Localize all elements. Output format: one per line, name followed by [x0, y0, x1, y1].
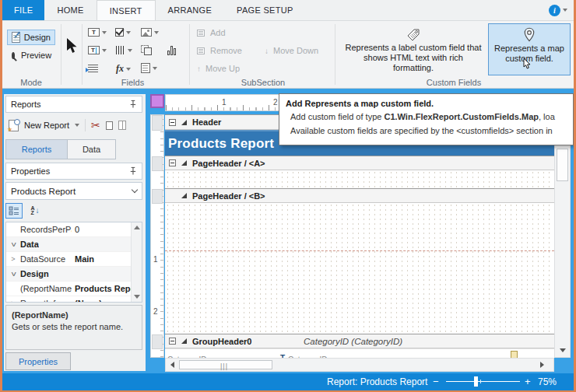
property-row[interactable]: RecordsPerPage0: [6, 222, 142, 237]
selected-object-label: Products Report: [11, 187, 76, 196]
flexreport-designer-window: FILE HOME INSERT ARRANGE PAGE SETUP i De…: [0, 0, 576, 392]
groupheader-fields-row[interactable]: CategoryID T CategoryID: [165, 348, 554, 358]
properties-toolbar: AZ↓: [5, 203, 44, 219]
subreport-field-button[interactable]: [141, 63, 157, 73]
cut-icon[interactable]: ✂: [91, 121, 100, 130]
label-field-button[interactable]: T: [88, 28, 107, 37]
preview-mode-button[interactable]: Preview: [7, 48, 55, 62]
tab-data-pane[interactable]: Data: [68, 139, 116, 159]
zoom-in-button[interactable]: +: [525, 376, 531, 387]
section-triangle-icon: [181, 160, 187, 166]
scrollbar-thumb[interactable]: [557, 149, 568, 181]
categorized-view-button[interactable]: [5, 203, 23, 219]
tooltip-line-2: Available custom fields are specified by…: [286, 126, 573, 135]
scroll-left-button[interactable]: [166, 359, 178, 371]
section-bar-groupheader0[interactable]: GroupHeader0 CategoryID (CategoryID): [165, 334, 554, 348]
label-custom-field-button[interactable]: Represents a label custom field that sho…: [340, 24, 486, 75]
categorized-icon: [9, 206, 19, 216]
fields-group-label: Fields: [80, 78, 185, 87]
window-border: [0, 0, 2, 392]
scroll-right-button[interactable]: [536, 359, 548, 371]
tab-arrange[interactable]: ARRANGE: [156, 0, 225, 20]
group-header-expression: CategoryID (CategoryID): [304, 337, 402, 346]
subsection-move-down-button[interactable]: ↓Move Down: [265, 46, 318, 55]
fx-icon: fx: [116, 63, 124, 75]
copy-icon[interactable]: [106, 121, 113, 130]
report-design-canvas: Header Products Report PageHeader / <A> …: [165, 114, 554, 358]
design-grid-area[interactable]: [165, 170, 554, 188]
paragraph-icon: [88, 65, 98, 73]
scroll-left-icon: [170, 362, 174, 368]
scroll-down-button[interactable]: [555, 343, 570, 357]
expander-icon[interactable]: >: [6, 255, 20, 263]
subsection-add-button[interactable]: Add: [197, 28, 226, 37]
expander-icon[interactable]: >: [6, 299, 20, 303]
picture-icon: [141, 28, 152, 37]
tab-home[interactable]: HOME: [44, 0, 96, 20]
scroll-up-icon[interactable]: [134, 226, 140, 229]
textbox-field-button[interactable]: T: [88, 46, 107, 54]
object-selector[interactable]: Products Report: [5, 182, 142, 200]
map-field-tooltip: Add Represents a map custom field. Add c…: [279, 93, 574, 145]
picture-field-button[interactable]: [141, 28, 159, 37]
pointer-tool[interactable]: [66, 38, 78, 55]
section-bar-pageheader-a[interactable]: PageHeader / <A>: [165, 156, 554, 170]
paragraph-field-button[interactable]: [88, 65, 98, 73]
collapse-icon[interactable]: [169, 159, 176, 166]
vertical-scrollbar[interactable]: [554, 114, 571, 358]
zoom-slider-track[interactable]: [446, 381, 520, 382]
property-category[interactable]: >Design: [6, 267, 142, 282]
tab-insert[interactable]: INSERT: [97, 0, 156, 20]
tooltip-line-1: Add custom field of type C1.Win.FlexRepo…: [286, 112, 573, 121]
tooltip-title: Add Represents a map custom field.: [286, 99, 573, 108]
section-bar-pageheader-b[interactable]: PageHeader / <B>: [165, 188, 554, 203]
alphabetical-sort-button[interactable]: AZ↓: [26, 203, 44, 219]
ruler-corner-selector[interactable]: [150, 94, 164, 108]
property-row[interactable]: >ReportInfo(None): [6, 296, 142, 303]
property-grid: RecordsPerPage0 >Data >DataSourceMain >D…: [5, 222, 142, 303]
property-row[interactable]: (ReportName)Products Report: [6, 282, 142, 296]
zoom-level-label: 75%: [538, 376, 557, 387]
panes-icon[interactable]: [118, 121, 126, 130]
mouse-cursor-icon: [523, 58, 531, 70]
zoom-out-button[interactable]: −: [433, 376, 439, 387]
property-category[interactable]: >Data: [6, 237, 142, 252]
status-bar: Report: Products Report − + 75%: [2, 373, 574, 390]
tab-reports-pane[interactable]: Reports: [5, 139, 68, 159]
property-grid-scrollbar[interactable]: [131, 222, 142, 302]
property-row[interactable]: >DataSourceMain: [6, 252, 142, 267]
report-title-text: Products Report: [165, 136, 274, 152]
scroll-down-icon[interactable]: [134, 295, 140, 299]
scroll-down-icon: [560, 348, 566, 352]
scrollbar-thumb[interactable]: |||: [179, 360, 272, 369]
thumb-grip: |||: [220, 362, 228, 370]
page-margin-line: [165, 250, 554, 251]
collapse-icon[interactable]: [169, 338, 176, 345]
chart-field-button[interactable]: [167, 45, 179, 55]
collapse-icon[interactable]: [169, 119, 176, 126]
function-field-button[interactable]: fx: [116, 63, 131, 75]
new-report-button[interactable]: New Report: [24, 121, 69, 130]
pin-icon[interactable]: [128, 100, 137, 109]
design-icon: [12, 32, 20, 43]
shape-field-button[interactable]: [141, 45, 152, 55]
preview-icon: [12, 52, 15, 59]
new-report-caret[interactable]: [75, 124, 79, 127]
design-grid-area[interactable]: [165, 203, 554, 334]
property-description-text: Gets or sets the report name.: [12, 321, 136, 333]
subsection-remove-button[interactable]: Remove: [197, 46, 242, 55]
barcode-field-button[interactable]: [116, 46, 132, 54]
subsection-move-up-button[interactable]: ↑Move Up: [197, 64, 240, 73]
horizontal-scrollbar[interactable]: |||: [165, 358, 554, 372]
info-icon[interactable]: i: [549, 5, 560, 16]
zoom-slider-tick: [480, 380, 481, 383]
tab-page-setup[interactable]: PAGE SETUP: [224, 0, 305, 20]
design-mode-button[interactable]: Design: [7, 30, 55, 45]
checkbox-field-button[interactable]: [115, 28, 131, 37]
properties-bottom-tab[interactable]: Properties: [5, 352, 71, 370]
tab-file[interactable]: FILE: [2, 0, 44, 20]
map-custom-field-button[interactable]: Represents a map custom field.: [488, 23, 571, 75]
zoom-slider-thumb[interactable]: [474, 376, 478, 387]
pin-icon[interactable]: [128, 166, 137, 176]
info-dropdown-caret[interactable]: [563, 9, 567, 12]
